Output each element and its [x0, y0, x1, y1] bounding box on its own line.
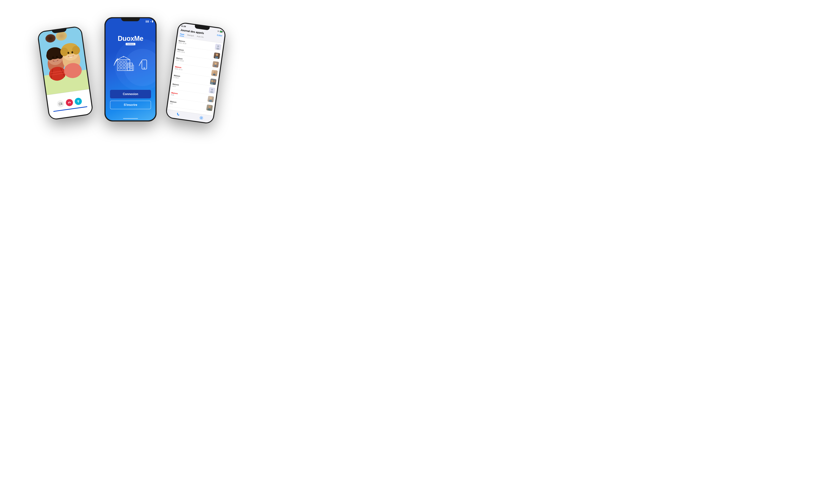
- svg-point-58: [213, 73, 216, 76]
- phone-left: [37, 26, 94, 121]
- wifi-icon: ▲: [150, 21, 151, 22]
- svg-point-68: [208, 108, 211, 111]
- svg-point-65: [210, 97, 212, 100]
- right-wifi-device: [139, 58, 148, 71]
- log-status-icons: [217, 30, 223, 33]
- phone-right: 11:29: [165, 22, 227, 124]
- log-avatar: [206, 104, 213, 111]
- svg-line-23: [59, 103, 59, 105]
- svg-point-56: [214, 65, 217, 67]
- signal-icon: ▌▌▌: [146, 20, 149, 22]
- svg-rect-32: [119, 64, 121, 66]
- duoxme-logo-area: DuoxMe FERMAX: [118, 35, 143, 45]
- svg-point-51: [217, 45, 219, 47]
- svg-rect-34: [125, 64, 127, 66]
- battery-icon: ▉: [152, 20, 153, 22]
- call-screen: [38, 26, 92, 119]
- log-status-time: 11:29: [181, 25, 186, 28]
- center-status-icons: ▌▌▌ ▲ ▉: [146, 20, 153, 22]
- call-photo: [38, 26, 89, 95]
- duoxme-screen: ▌▌▌ ▲ ▉ DuoxMe FERMAX: [106, 18, 156, 121]
- phone-tab-icon[interactable]: [176, 112, 180, 118]
- log-screen: 11:29: [166, 23, 226, 123]
- home-indicator: [123, 118, 138, 119]
- scene: ▌▌▌ ▲ ▉ DuoxMe FERMAX: [37, 6, 224, 151]
- svg-rect-37: [125, 67, 127, 69]
- center-phone-notch: [121, 17, 140, 21]
- svg-rect-36: [122, 67, 124, 69]
- settings-tab-icon[interactable]: [199, 115, 203, 121]
- svg-rect-29: [119, 61, 121, 63]
- kids-photo-bg: [38, 26, 89, 95]
- building-icon-area: [113, 55, 148, 71]
- svg-point-66: [209, 100, 212, 102]
- log-avatar: [212, 61, 219, 68]
- log-avatar: [213, 52, 220, 59]
- svg-rect-30: [122, 61, 124, 63]
- svg-rect-39: [128, 64, 129, 65]
- svg-point-64: [210, 91, 213, 93]
- battery-status-icon: [220, 30, 223, 33]
- svg-rect-40: [128, 66, 129, 68]
- svg-point-60: [213, 80, 215, 83]
- door-unlock-button[interactable]: [74, 97, 82, 105]
- svg-rect-33: [122, 64, 124, 66]
- svg-point-47: [144, 68, 145, 69]
- log-avatar: [215, 43, 221, 50]
- right-device-area: [139, 58, 148, 71]
- svg-point-53: [216, 54, 218, 56]
- duoxme-buttons: Connexion S'inscrire: [110, 90, 151, 109]
- tab-tous[interactable]: Tous: [180, 33, 184, 37]
- svg-point-67: [209, 106, 211, 108]
- fermax-badge: FERMAX: [126, 43, 135, 45]
- svg-rect-43: [131, 68, 132, 69]
- log-avatar: [207, 96, 214, 102]
- duoxme-title: DuoxMe: [118, 35, 143, 42]
- svg-point-52: [216, 48, 219, 50]
- svg-point-57: [213, 71, 216, 73]
- svg-point-69: [200, 117, 202, 119]
- log-list: Maison 2023, 19:29 Maison 2023, 20:0: [167, 37, 224, 116]
- svg-point-63: [211, 89, 213, 91]
- svg-rect-35: [119, 67, 121, 69]
- svg-point-27: [78, 101, 78, 101]
- wifi-icon: [217, 30, 219, 32]
- building-icon: [113, 55, 136, 71]
- hangup-button[interactable]: [66, 98, 73, 107]
- inscrire-button[interactable]: S'inscrire: [110, 101, 151, 109]
- svg-point-62: [213, 83, 215, 85]
- svg-rect-49: [222, 32, 223, 32]
- tab-manque[interactable]: Manqué: [187, 34, 194, 38]
- connexion-button[interactable]: Connexion: [110, 90, 151, 98]
- phone-center: ▌▌▌ ▲ ▉ DuoxMe FERMAX: [104, 17, 157, 122]
- svg-rect-42: [131, 66, 132, 67]
- log-avatar: [209, 87, 215, 94]
- svg-point-54: [215, 56, 218, 59]
- camera-toggle-button[interactable]: [56, 100, 65, 108]
- log-avatar: [211, 70, 218, 76]
- svg-rect-31: [125, 61, 127, 63]
- svg-rect-46: [142, 60, 147, 69]
- svg-point-55: [215, 62, 217, 65]
- edit-button[interactable]: Editer: [217, 34, 222, 37]
- log-avatar: [210, 78, 216, 85]
- svg-point-59: [211, 80, 213, 82]
